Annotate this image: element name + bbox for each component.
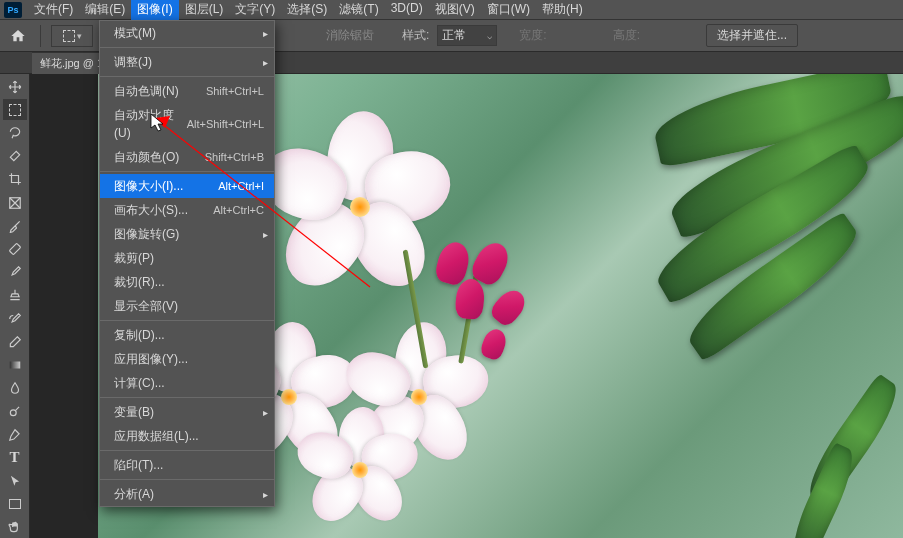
menu-item[interactable]: 选择(S) [281, 0, 333, 20]
menu-dropdown-item[interactable]: 画布大小(S)...Alt+Ctrl+C [100, 198, 274, 222]
menu-dropdown-item[interactable]: 调整(J) [100, 50, 274, 74]
move-tool-icon[interactable] [3, 76, 27, 97]
menu-item[interactable]: 图像(I) [131, 0, 178, 20]
menu-dropdown-item[interactable]: 自动颜色(O)Shift+Ctrl+B [100, 145, 274, 169]
menu-dropdown-item[interactable]: 应用图像(Y)... [100, 347, 274, 371]
gradient-tool-icon[interactable] [3, 354, 27, 375]
menu-dropdown-item[interactable]: 模式(M) [100, 21, 274, 45]
menu-dropdown-item[interactable]: 裁剪(P) [100, 246, 274, 270]
height-label: 高度: [613, 27, 640, 44]
menu-separator [100, 76, 274, 77]
stamp-tool-icon[interactable] [3, 285, 27, 306]
menu-item[interactable]: 文字(Y) [229, 0, 281, 20]
menu-dropdown-item[interactable]: 应用数据组(L)... [100, 424, 274, 448]
menu-item[interactable]: 滤镜(T) [333, 0, 384, 20]
marquee-tool-icon[interactable] [3, 99, 27, 120]
menu-dropdown-item[interactable]: 陷印(T)... [100, 453, 274, 477]
history-brush-tool-icon[interactable] [3, 308, 27, 329]
ps-logo-icon: Ps [4, 2, 22, 18]
style-label: 样式: [402, 27, 429, 44]
chevron-down-icon: ⌵ [487, 31, 492, 41]
svg-point-3 [10, 410, 16, 416]
lasso-tool-icon[interactable] [3, 122, 27, 143]
menu-item[interactable]: 窗口(W) [481, 0, 536, 20]
path-select-tool-icon[interactable] [3, 470, 27, 491]
menu-item[interactable]: 文件(F) [28, 0, 79, 20]
menu-dropdown-item[interactable]: 计算(C)... [100, 371, 274, 395]
shape-tool-icon[interactable] [3, 494, 27, 515]
image-menu-dropdown: 模式(M)调整(J)自动色调(N)Shift+Ctrl+L自动对比度(U)Alt… [99, 20, 275, 507]
menu-separator [100, 450, 274, 451]
menu-separator [100, 320, 274, 321]
menu-separator [100, 479, 274, 480]
menu-dropdown-item[interactable]: 图像旋转(G) [100, 222, 274, 246]
menu-item[interactable]: 视图(V) [429, 0, 481, 20]
width-label: 宽度: [519, 27, 546, 44]
menu-dropdown-item[interactable]: 显示全部(V) [100, 294, 274, 318]
antialias-label: 消除锯齿 [318, 25, 382, 46]
menu-separator [100, 397, 274, 398]
toolbox: T [0, 74, 30, 538]
menu-item[interactable]: 3D(D) [385, 0, 429, 20]
menu-dropdown-item[interactable]: 自动对比度(U)Alt+Shift+Ctrl+L [100, 103, 274, 145]
menu-dropdown-item[interactable]: 复制(D)... [100, 323, 274, 347]
menu-separator [100, 171, 274, 172]
hand-tool-icon[interactable] [3, 517, 27, 538]
type-tool-icon[interactable]: T [3, 447, 27, 468]
separator [40, 25, 41, 47]
marquee-tool-button[interactable]: ▾ [51, 25, 93, 47]
menu-item[interactable]: 编辑(E) [79, 0, 131, 20]
svg-rect-2 [9, 362, 20, 369]
home-icon[interactable] [6, 24, 30, 48]
menu-dropdown-item[interactable]: 变量(B) [100, 400, 274, 424]
menu-dropdown-item[interactable]: 图像大小(I)...Alt+Ctrl+I [100, 174, 274, 198]
eraser-tool-icon[interactable] [3, 331, 27, 352]
frame-tool-icon[interactable] [3, 192, 27, 213]
menu-separator [100, 47, 274, 48]
magic-wand-tool-icon[interactable] [3, 146, 27, 167]
menu-dropdown-item[interactable]: 分析(A) [100, 482, 274, 506]
menubar: Ps 文件(F)编辑(E)图像(I)图层(L)文字(Y)选择(S)滤镜(T)3D… [0, 0, 903, 20]
menu-item[interactable]: 图层(L) [179, 0, 230, 20]
crop-tool-icon[interactable] [3, 169, 27, 190]
dodge-tool-icon[interactable] [3, 401, 27, 422]
menu-dropdown-item[interactable]: 自动色调(N)Shift+Ctrl+L [100, 79, 274, 103]
menu-item[interactable]: 帮助(H) [536, 0, 589, 20]
eyedropper-tool-icon[interactable] [3, 215, 27, 236]
style-value: 正常 [442, 27, 466, 44]
svg-rect-1 [9, 243, 21, 255]
blur-tool-icon[interactable] [3, 378, 27, 399]
menu-dropdown-item[interactable]: 裁切(R)... [100, 270, 274, 294]
healing-tool-icon[interactable] [3, 238, 27, 259]
select-mask-button[interactable]: 选择并遮住... [706, 24, 798, 47]
pen-tool-icon[interactable] [3, 424, 27, 445]
brush-tool-icon[interactable] [3, 262, 27, 283]
style-dropdown[interactable]: 正常 ⌵ [437, 25, 497, 46]
